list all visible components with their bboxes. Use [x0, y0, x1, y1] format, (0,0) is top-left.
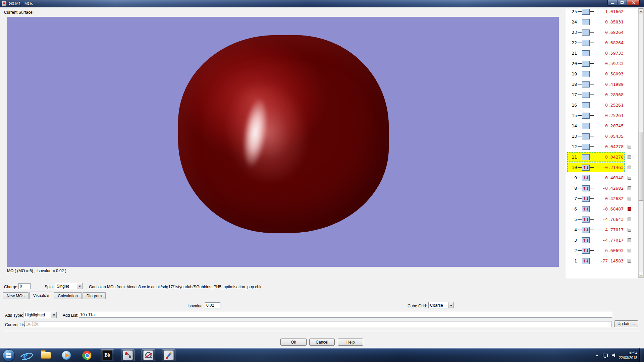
chevron-down-icon[interactable]	[448, 302, 453, 308]
spin-dropdown[interactable]: Singlet	[55, 283, 83, 289]
chevron-down-icon[interactable]	[77, 283, 82, 289]
volume-icon[interactable]	[612, 353, 616, 358]
mo-entry[interactable]: 251.01662	[567, 8, 625, 16]
mo-row-11[interactable]: 110.04278	[567, 152, 638, 162]
mo-orbital-icon[interactable]: ↑↓	[582, 258, 590, 264]
mo-row-20[interactable]: 200.59733	[567, 58, 638, 69]
mo-row-23[interactable]: 230.68264	[567, 27, 638, 38]
mo-orbital-icon[interactable]: ↑↓	[582, 237, 590, 243]
cube-grid-dropdown[interactable]: Coarse	[428, 302, 454, 308]
mo-row-15[interactable]: 150.25261	[567, 110, 638, 121]
mo-orbital-icon[interactable]	[582, 144, 590, 150]
mo-entry[interactable]: 130.05435	[567, 131, 625, 141]
mo-entry[interactable]: 190.58093	[567, 69, 625, 79]
mo-entry[interactable]: 110.04278	[567, 152, 625, 162]
mo-orbital-icon[interactable]	[582, 50, 590, 56]
mo-entry[interactable]: 9↑↓-0.40948	[567, 173, 625, 183]
mo-orbital-icon[interactable]	[582, 133, 590, 139]
start-button[interactable]	[3, 349, 15, 361]
mo-entry[interactable]: 230.68264	[567, 27, 625, 37]
scroll-down-icon[interactable]: ▼	[639, 273, 643, 278]
mo-current-list-marker[interactable]	[628, 249, 631, 252]
mo-current-list-marker[interactable]	[628, 259, 631, 263]
taskbar-item-blackboard[interactable]: Bb	[101, 349, 114, 361]
mo-entry[interactable]: 200.59733	[567, 59, 625, 68]
chevron-down-icon[interactable]	[51, 312, 56, 318]
add-type-dropdown[interactable]: Highlighted	[23, 312, 57, 318]
isovalue-input[interactable]	[205, 302, 220, 308]
mo-row-14[interactable]: 140.20745	[567, 121, 638, 131]
mo-orbital-icon[interactable]	[582, 61, 590, 67]
mo-orbital-icon[interactable]: ↑↓	[582, 196, 590, 202]
mo-row-12[interactable]: 120.04278	[567, 141, 638, 152]
mo-entry[interactable]: 160.25261	[567, 100, 625, 110]
current-list-input[interactable]	[24, 321, 611, 327]
taskbar-item-media-player[interactable]	[60, 349, 73, 361]
mo-row-19[interactable]: 190.58093	[567, 69, 638, 79]
mo-orbital-icon[interactable]	[582, 123, 590, 129]
mo-row-24[interactable]: 240.85831	[567, 17, 638, 27]
mo-row-9[interactable]: 9↑↓-0.40948	[567, 173, 638, 183]
mo-orbital-icon[interactable]	[582, 81, 590, 87]
mo-orbital-icon[interactable]	[582, 154, 590, 160]
mo-orbital-icon[interactable]: ↑↓	[582, 175, 590, 181]
tab-diagram[interactable]: Diagram	[83, 292, 106, 299]
cancel-button[interactable]: Cancel	[309, 339, 335, 346]
mo-entry[interactable]: 7↑↓-0.42682	[567, 194, 625, 203]
mo-orbital-icon[interactable]	[582, 40, 590, 46]
mo-entry[interactable]: 8↑↓-0.42682	[567, 183, 625, 193]
mo-entry[interactable]: 170.28368	[567, 90, 625, 100]
ok-button[interactable]: Ok	[280, 339, 307, 346]
mo-orbital-icon[interactable]	[582, 9, 590, 15]
scroll-up-icon[interactable]: ▲	[639, 8, 643, 13]
mo-row-18[interactable]: 180.41989	[567, 79, 638, 89]
mo-current-list-marker[interactable]	[628, 176, 631, 180]
mo-orbital-icon[interactable]	[582, 113, 590, 119]
taskbar-item-file-explorer[interactable]	[39, 349, 53, 361]
taskbar-item-gaussview[interactable]	[121, 349, 135, 361]
mo-entry[interactable]: 220.68264	[567, 38, 625, 48]
mo-orbital-icon[interactable]	[582, 102, 590, 108]
mo-orbital-icon[interactable]	[582, 92, 590, 98]
mo-entry[interactable]: 10↑↓-0.21463	[567, 163, 625, 172]
hidden-icons-chevron-icon[interactable]	[595, 354, 599, 356]
tab-calculation[interactable]: Calculation	[54, 292, 82, 299]
mo-entry[interactable]: 5↑↓-4.76643	[567, 215, 625, 224]
help-button[interactable]: Help	[338, 339, 363, 346]
taskbar-item-chrome[interactable]	[80, 349, 94, 361]
maximize-button[interactable]	[617, 0, 627, 6]
mo-current-list-marker[interactable]	[628, 155, 631, 159]
mo-entry[interactable]: 2↑↓-6.60693	[567, 246, 625, 255]
mo-entry[interactable]: 4↑↓-4.77017	[567, 225, 625, 235]
add-list-input[interactable]	[79, 312, 612, 318]
tab-visualize[interactable]: Visualize	[29, 292, 53, 299]
mo-current-list-marker[interactable]	[628, 145, 631, 148]
mo-orbital-icon[interactable]: ↑↓	[582, 217, 590, 223]
mo-row-16[interactable]: 160.25261	[567, 100, 638, 110]
mo-row-4[interactable]: 4↑↓-4.77017	[567, 225, 638, 235]
mo-orbital-icon[interactable]	[582, 19, 590, 25]
charge-input[interactable]	[18, 283, 31, 289]
mo-entry[interactable]: 240.85831	[567, 17, 625, 27]
show-desktop-button[interactable]	[639, 348, 644, 362]
scroll-thumb[interactable]	[639, 132, 643, 201]
mo-entry[interactable]: 180.41989	[567, 79, 625, 89]
mo-current-list-marker[interactable]	[628, 228, 631, 232]
mo-orbital-icon[interactable]: ↑↓	[582, 248, 590, 254]
mo-current-list-marker[interactable]	[628, 197, 631, 200]
taskbar-item-internet-explorer[interactable]: e	[19, 349, 32, 361]
mo-row-1[interactable]: 1↑↓-77.14583	[567, 256, 638, 266]
mo-current-list-marker[interactable]	[628, 218, 631, 221]
mo-orbital-icon[interactable]	[582, 29, 590, 36]
mo-row-22[interactable]: 220.68264	[567, 38, 638, 48]
molecule-viewport[interactable]	[7, 17, 559, 267]
mo-row-7[interactable]: 7↑↓-0.42682	[567, 193, 638, 204]
mo-entry[interactable]: 1↑↓-77.14583	[567, 256, 625, 266]
mo-row-6[interactable]: 6↑↓-0.68487	[567, 204, 638, 214]
mo-entry[interactable]: 6↑↓-0.68487	[567, 204, 625, 214]
mo-current-list-marker[interactable]	[628, 207, 631, 211]
close-button[interactable]	[627, 0, 640, 6]
minimize-button[interactable]	[607, 0, 617, 6]
mo-entry[interactable]: 140.20745	[567, 121, 625, 131]
mo-row-21[interactable]: 210.59733	[567, 48, 638, 58]
